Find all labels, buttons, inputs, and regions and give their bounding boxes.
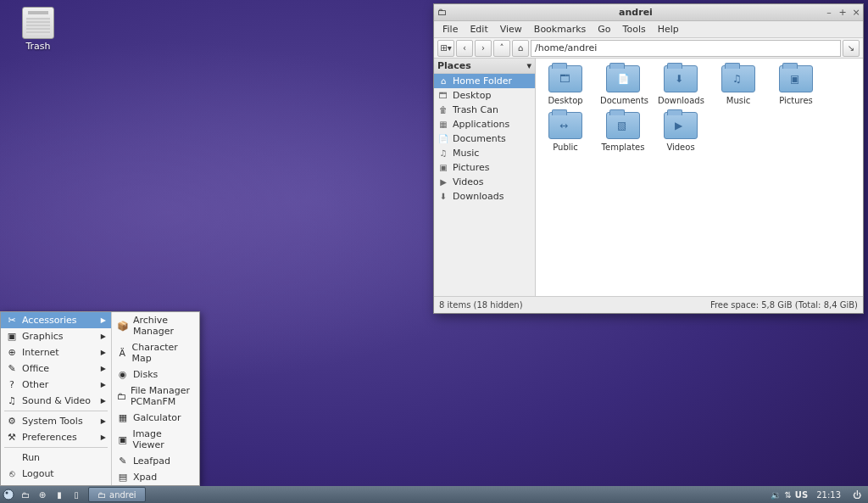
menu-icon: ♫ — [6, 395, 18, 406]
menu-go[interactable]: Go — [593, 22, 615, 36]
folder-public[interactable]: ↔Public — [542, 112, 588, 152]
start-button[interactable] — [0, 486, 17, 503]
taskbar-task-fm[interactable]: 🗀 andrei — [88, 487, 146, 502]
clock[interactable]: 21:13 — [813, 490, 844, 500]
menu-bookmarks[interactable]: Bookmarks — [529, 22, 591, 36]
desktop-trash[interactable]: Trash — [17, 7, 59, 52]
menu-icon: ✂ — [6, 315, 18, 326]
folder-music[interactable]: ♫Music — [715, 65, 761, 105]
sidebar-item-pictures[interactable]: ▣Pictures — [434, 160, 535, 175]
menu-action-run[interactable]: Run — [1, 450, 111, 466]
menu-category-sound-video[interactable]: ♫Sound & Video▶ — [1, 393, 111, 409]
fm-menubar: File Edit View Bookmarks Go Tools Help — [434, 21, 863, 38]
chevron-down-icon: ▾ — [526, 60, 531, 71]
sidebar-item-downloads[interactable]: ⬇Downloads — [434, 189, 535, 204]
submenu-item-disks[interactable]: ◉Disks — [112, 366, 199, 383]
menu-icon: ▦ — [117, 412, 129, 423]
start-menu: ✂Accessories▶▣Graphics▶⊕Internet▶✎Office… — [0, 311, 200, 486]
submenu-item-leafpad[interactable]: ✎Leafpad — [112, 453, 199, 469]
maximize-button[interactable]: + — [836, 7, 849, 18]
menu-category-office[interactable]: ✎Office▶ — [1, 360, 111, 377]
svg-point-1 — [6, 492, 8, 495]
sidebar-item-videos[interactable]: ▶Videos — [434, 175, 535, 189]
menu-icon: ▣ — [6, 331, 18, 342]
menu-icon: ? — [6, 379, 18, 390]
folder-icon: 🗔 — [548, 65, 582, 92]
menu-system-preferences[interactable]: ⚒Preferences▶ — [1, 429, 111, 445]
pager-2[interactable]: ▯ — [68, 486, 85, 503]
folder-videos[interactable]: ▶Videos — [658, 112, 704, 152]
volume-icon[interactable]: 🔉 — [771, 490, 781, 500]
folder-icon: ⬇ — [664, 65, 698, 92]
menu-icon: ✎ — [117, 455, 129, 467]
keyboard-layout[interactable]: US — [795, 490, 808, 500]
folder-downloads[interactable]: ⬇Downloads — [658, 65, 704, 105]
folder-icon: 📄 — [606, 65, 640, 92]
power-button[interactable]: ⏻ — [849, 490, 865, 500]
sidebar-item-music[interactable]: ♫Music — [434, 146, 535, 160]
sidebar-item-trash-can[interactable]: 🗑Trash Can — [434, 103, 535, 117]
submenu-item-image-viewer[interactable]: ▣Image Viewer — [112, 426, 199, 453]
submenu-item-archive-manager[interactable]: 📦Archive Manager — [112, 312, 199, 339]
menu-tools[interactable]: Tools — [618, 22, 651, 36]
menu-icon: ⚙ — [6, 416, 18, 427]
fm-folder-view[interactable]: 🗔Desktop📄Documents⬇Downloads♫Music▣Pictu… — [536, 59, 863, 296]
back-button[interactable]: ‹ — [456, 40, 473, 57]
folder-desktop[interactable]: 🗔Desktop — [542, 65, 588, 105]
menu-system-system-tools[interactable]: ⚙System Tools▶ — [1, 413, 111, 429]
quick-launch-browser[interactable]: ⊕ — [34, 486, 51, 503]
folder-templates[interactable]: ▧Templates — [600, 112, 646, 152]
menu-action-logout[interactable]: ⎋Logout — [1, 466, 111, 482]
trash-icon — [22, 7, 54, 39]
new-tab-button[interactable]: ⊞▾ — [437, 40, 454, 57]
window-title: andrei — [449, 7, 822, 18]
menu-category-internet[interactable]: ⊕Internet▶ — [1, 344, 111, 360]
chevron-right-icon: ▶ — [101, 349, 106, 356]
chevron-right-icon: ▶ — [101, 333, 106, 340]
submenu-item-character-map[interactable]: ÄCharacter Map — [112, 339, 199, 366]
fm-toolbar: ⊞▾ ‹ › ˄ ⌂ /home/andrei ↘ — [434, 38, 863, 59]
submenu-item-galculator[interactable]: ▦Galculator — [112, 410, 199, 426]
home-folder-icon: ⌂ — [437, 76, 449, 86]
menu-help[interactable]: Help — [653, 22, 684, 36]
menu-category-graphics[interactable]: ▣Graphics▶ — [1, 328, 111, 344]
network-icon[interactable]: ⇅ — [784, 490, 791, 500]
chevron-right-icon: ▶ — [101, 381, 106, 388]
lubuntu-icon — [3, 489, 14, 500]
desktop-icon: 🗔 — [437, 91, 449, 100]
menu-category-other[interactable]: ?Other▶ — [1, 377, 111, 393]
minimize-button[interactable]: – — [822, 7, 836, 18]
folder-icon: ▶ — [664, 112, 698, 139]
chevron-right-icon: ▶ — [101, 316, 106, 324]
menu-file[interactable]: File — [437, 22, 463, 36]
sidebar-item-applications[interactable]: ▦Applications — [434, 117, 535, 131]
documents-icon: 📄 — [437, 134, 449, 143]
menu-view[interactable]: View — [495, 22, 527, 36]
chevron-right-icon: ▶ — [101, 433, 106, 441]
sidebar-item-documents[interactable]: 📄Documents — [434, 131, 535, 146]
pager-1[interactable]: ▮ — [51, 486, 68, 503]
go-button[interactable]: ↘ — [843, 40, 860, 57]
sidebar-header[interactable]: Places ▾ — [434, 59, 535, 74]
sidebar-item-home-folder[interactable]: ⌂Home Folder — [434, 74, 535, 88]
videos-icon: ▶ — [437, 177, 449, 187]
sidebar-item-desktop[interactable]: 🗔Desktop — [434, 88, 535, 103]
forward-button[interactable]: › — [475, 40, 492, 57]
close-button[interactable]: × — [849, 7, 863, 18]
trash-can-icon: 🗑 — [437, 105, 449, 115]
menu-icon: ✎ — [6, 363, 18, 374]
submenu-item-xpad[interactable]: ▤Xpad — [112, 469, 199, 485]
folder-pictures[interactable]: ▣Pictures — [773, 65, 819, 105]
menu-icon: Ä — [117, 348, 128, 359]
path-bar[interactable]: /home/andrei — [531, 40, 841, 57]
up-button[interactable]: ˄ — [493, 40, 510, 57]
menu-edit[interactable]: Edit — [465, 22, 492, 36]
home-button[interactable]: ⌂ — [512, 40, 529, 57]
menu-category-accessories[interactable]: ✂Accessories▶ — [1, 312, 111, 328]
applications-icon: ▦ — [437, 120, 449, 129]
fm-titlebar[interactable]: 🗀 andrei – + × — [434, 4, 863, 21]
folder-documents[interactable]: 📄Documents — [600, 65, 646, 105]
quick-launch-fm[interactable]: 🗀 — [17, 486, 34, 503]
submenu-item-file-manager-pcmanfm[interactable]: 🗀File Manager PCManFM — [112, 383, 199, 410]
fm-statusbar: 8 items (18 hidden) Free space: 5,8 GiB … — [434, 296, 863, 313]
